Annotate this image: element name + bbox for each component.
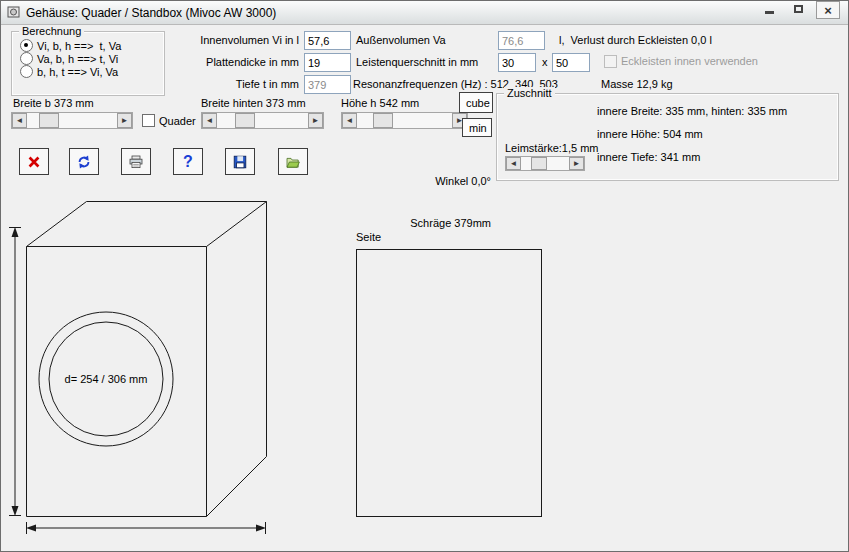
scroll-track[interactable] [521, 157, 569, 170]
radio-vi-b-h[interactable]: Vi, b, h ==> t, Va [20, 39, 121, 52]
app-icon [7, 5, 21, 21]
quader-checkbox[interactable] [142, 114, 155, 127]
tiefe-input [304, 75, 351, 94]
radio-label: b, h, t ==> Vi, Va [37, 66, 118, 78]
app-window: Gehäuse: Quader / Standbox (Mivoc AW 300… [0, 0, 849, 552]
printer-icon [128, 153, 144, 171]
leisten-hoehe-input[interactable] [552, 53, 590, 72]
drawing-canvas: d= 254 / 306 mm Seite [1, 186, 849, 546]
leimstaerke-scrollbar: ◄ ► [505, 156, 585, 171]
scroll-right-icon: ► [312, 117, 320, 125]
close-button[interactable]: × [816, 1, 840, 19]
radio-checked-icon [20, 39, 33, 52]
scroll-left-icon: ◄ [206, 117, 214, 125]
scroll-thumb[interactable] [39, 113, 59, 128]
breite-hinten-scrollbar: ◄ ► [201, 112, 324, 129]
radio-label: Va, b, h ==> t, Vi [37, 53, 118, 65]
minimize-icon [765, 11, 774, 14]
aussenvolumen-label: Außenvolumen Va [356, 34, 446, 47]
berechnung-groupbox: Berechnung Vi, b, h ==> t, Va Va, b, h =… [11, 31, 165, 96]
scroll-left-button[interactable]: ◄ [342, 113, 357, 128]
box-3d-drawing [27, 202, 267, 517]
masse-label: Masse 12,9 kg [601, 78, 673, 91]
zuschnitt-legend: Zuschnitt [504, 87, 555, 99]
innenvolumen-input[interactable] [304, 31, 351, 50]
radio-va-b-h[interactable]: Va, b, h ==> t, Vi [20, 52, 118, 65]
innenvolumen-label: Innenvolumen Vi in l [169, 34, 299, 47]
cube-button[interactable]: cube [459, 92, 493, 113]
radio-b-h-t[interactable]: b, h, t ==> Vi, Va [20, 65, 118, 78]
scroll-track[interactable] [27, 113, 117, 128]
eckleisten-label: Eckleisten innen verwenden [621, 55, 758, 68]
breite-scrollbar: ◄ ► [11, 112, 133, 129]
eckleisten-checkbox-row: Eckleisten innen verwenden [604, 55, 758, 68]
maximize-button[interactable] [787, 1, 809, 17]
plattendicke-input[interactable] [304, 53, 351, 72]
quader-label: Quader [159, 115, 196, 127]
help-button[interactable]: ? [173, 148, 203, 175]
quader-checkbox-row[interactable]: Quader [142, 114, 196, 127]
radio-icon [20, 52, 33, 65]
maximize-icon [794, 5, 803, 13]
open-button[interactable] [278, 148, 308, 175]
leisten-mal-label: x [542, 56, 548, 69]
scroll-left-button[interactable]: ◄ [202, 113, 217, 128]
open-folder-icon [285, 153, 301, 171]
side-view: Seite [356, 231, 542, 517]
save-button[interactable] [225, 148, 255, 175]
berechnung-legend: Berechnung [19, 25, 84, 37]
breite-hinten-label: Breite hinten 373 mm [201, 97, 306, 110]
window-controls: × [758, 1, 840, 19]
scroll-right-button[interactable]: ► [308, 113, 323, 128]
help-icon: ? [183, 154, 193, 170]
tiefe-label: Tiefe t in mm [169, 78, 299, 91]
scroll-left-button[interactable]: ◄ [506, 157, 521, 170]
innere-hoehe-label: innere Höhe: 504 mm [597, 128, 703, 141]
delete-button[interactable] [19, 148, 49, 175]
print-button[interactable] [121, 148, 151, 175]
leisten-breite-input[interactable] [498, 53, 536, 72]
scroll-left-icon: ◄ [16, 117, 24, 125]
scroll-track[interactable] [217, 113, 308, 128]
radio-label: Vi, b, h ==> t, Va [37, 40, 121, 52]
scroll-right-icon: ► [573, 160, 581, 168]
scroll-right-button[interactable]: ► [569, 157, 584, 170]
window-title: Gehäuse: Quader / Standbox (Mivoc AW 300… [26, 6, 276, 20]
scroll-left-icon: ◄ [510, 160, 518, 168]
scroll-track[interactable] [357, 113, 452, 128]
seite-label: Seite [356, 231, 381, 243]
refresh-button[interactable] [69, 148, 99, 175]
scroll-left-button[interactable]: ◄ [12, 113, 27, 128]
scroll-thumb[interactable] [235, 113, 255, 128]
leistenquerschnitt-label: Leistenquerschnitt in mm [356, 56, 478, 69]
hoehe-scrollbar: ◄ ► [341, 112, 468, 129]
min-button[interactable]: min [462, 118, 492, 137]
leimstaerke-label: Leimstärke:1,5 mm [505, 142, 599, 155]
innere-tiefe-label: innere Tiefe: 341 mm [597, 151, 700, 164]
speaker-diameter-label: d= 254 / 306 mm [65, 373, 148, 385]
zuschnitt-groupbox: Zuschnitt innere Breite: 335 mm, hinten:… [496, 93, 839, 181]
radio-icon [20, 65, 33, 78]
refresh-icon [76, 153, 92, 171]
scroll-thumb[interactable] [531, 157, 547, 170]
hoehe-label: Höhe h 542 mm [341, 97, 419, 110]
scroll-thumb[interactable] [373, 113, 393, 128]
minimize-button[interactable] [758, 1, 780, 17]
scroll-right-icon: ► [121, 117, 129, 125]
aussenvolumen-input [498, 31, 545, 50]
close-icon: × [824, 4, 832, 17]
titlebar: Gehäuse: Quader / Standbox (Mivoc AW 300… [1, 1, 848, 25]
scroll-right-button[interactable]: ► [117, 113, 132, 128]
innere-breite-label: innere Breite: 335 mm, hinten: 335 mm [597, 105, 787, 118]
verlust-label: l, Verlust durch Eckleisten 0,0 l [559, 34, 712, 47]
scroll-left-icon: ◄ [346, 117, 354, 125]
plattendicke-label: Plattendicke in mm [169, 56, 299, 69]
side-view-rect [357, 250, 542, 517]
breite-label: Breite b 373 mm [13, 97, 94, 110]
eckleisten-checkbox [604, 55, 617, 68]
save-icon [232, 153, 248, 171]
red-x-icon [26, 153, 42, 171]
